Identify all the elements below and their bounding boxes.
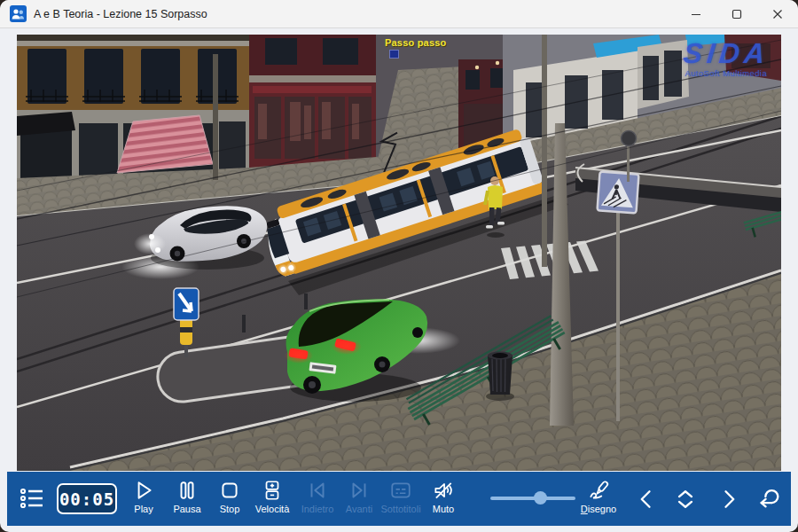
draw-label: Disegno (581, 504, 616, 514)
prev-lesson-button[interactable] (634, 487, 659, 515)
chevron-up-down-icon (672, 487, 699, 512)
media-toolbar: 00:05 Play Pausa Stop Velocità Indietro (7, 472, 791, 526)
pen-draw-icon (587, 479, 610, 502)
maximize-icon (731, 8, 743, 20)
window-controls (676, 0, 798, 27)
app-window: A e B Teoria - Lezione 15 Sorpasso (0, 0, 798, 532)
step-overlay-marker (389, 50, 399, 59)
skip-forward-icon (348, 479, 371, 502)
back-label: Indietro (301, 504, 334, 514)
pause-icon (176, 479, 199, 502)
minimize-icon (690, 8, 702, 20)
forward-label: Avanti (346, 504, 372, 514)
mute-button[interactable]: Muto (420, 472, 466, 526)
mute-icon (432, 479, 455, 502)
video-canvas: Passo passo SIDA AutoSoft Multimedia (17, 35, 781, 471)
chevron-right-icon (716, 487, 741, 512)
wire-pole-mid (542, 35, 547, 267)
close-icon (771, 8, 784, 20)
mute-label: Muto (433, 504, 454, 514)
close-button[interactable] (757, 0, 798, 27)
trash-can (486, 352, 514, 402)
play-button[interactable]: Play (121, 472, 167, 526)
subtitles-label: Sottotitoli (380, 504, 420, 514)
speed-icon (261, 479, 284, 502)
elapsed-timer: 00:05 (57, 483, 117, 514)
building-red (249, 35, 376, 169)
step-overlay-label: Passo passo (385, 37, 446, 48)
draw-button[interactable]: Disegno (572, 472, 625, 526)
play-label: Play (134, 504, 153, 514)
list-menu-icon (19, 485, 45, 512)
wire-pole-left (213, 54, 218, 180)
stop-label: Stop (220, 504, 240, 514)
pause-button[interactable]: Pausa (164, 472, 210, 526)
title-bar: A e B Teoria - Lezione 15 Sorpasso (0, 0, 798, 28)
desktop: { "window": { "title": "A e B Teoria - L… (0, 0, 798, 532)
speed-button[interactable]: Velocità (246, 472, 298, 526)
next-lesson-button[interactable] (716, 487, 741, 515)
lesson-selector-button[interactable] (672, 487, 699, 515)
minimize-button[interactable] (676, 0, 716, 27)
return-arrow-icon (756, 487, 783, 512)
pause-label: Pausa (173, 504, 200, 514)
volume-slider[interactable] (490, 472, 575, 526)
street-scene (17, 35, 781, 471)
maximize-button[interactable] (716, 0, 757, 27)
slider-handle[interactable] (534, 491, 547, 505)
stop-icon (218, 479, 241, 502)
app-icon (10, 5, 27, 22)
chevron-left-icon (634, 487, 659, 512)
return-button[interactable] (756, 487, 783, 515)
play-icon (132, 479, 155, 502)
speed-label: Velocità (255, 504, 290, 514)
green-car (285, 300, 427, 402)
lesson-menu-button[interactable] (19, 485, 45, 515)
window-title: A e B Teoria - Lezione 15 Sorpasso (34, 8, 207, 20)
subtitles-icon (389, 479, 412, 502)
skip-back-icon (306, 479, 329, 502)
